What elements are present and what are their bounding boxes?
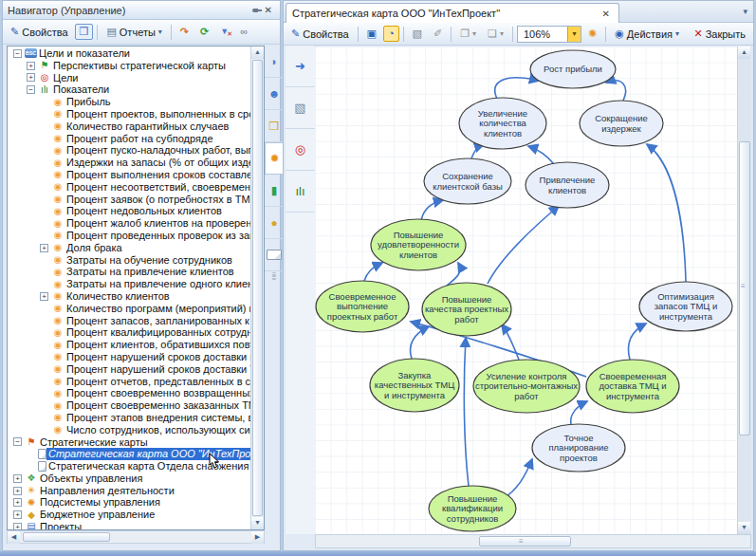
arrange-button-1[interactable]: ❐ ▾ — [455, 26, 481, 42]
expand-icon[interactable]: + — [27, 73, 35, 82]
map-node-usil[interactable]: Усиление контролястроительно-монтажныхра… — [473, 360, 580, 413]
fit-button[interactable]: ✺ — [583, 26, 601, 42]
map-node-sohr[interactable]: Сохранениеклиентской базы — [424, 158, 511, 204]
open-in-window-button[interactable]: ❒ — [75, 24, 94, 40]
actions-button[interactable]: ◉ Действия ▾ — [610, 26, 684, 43]
map-node-udovl[interactable]: Повышениеудовлетворенностиклиентов — [371, 219, 466, 270]
expand-icon[interactable]: + — [40, 244, 48, 252]
side-tab-users[interactable]: ☻ — [265, 78, 284, 110]
properties-button[interactable]: ✎ Свойства — [286, 26, 354, 43]
tree-item[interactable]: ◉Затраты на обучение сотрудников — [8, 254, 250, 267]
collapse-icon[interactable]: − — [13, 49, 22, 58]
map-node-kach[interactable]: Повышениекачества проектныхработ — [422, 283, 511, 336]
tree-item[interactable]: Стратегическая карта Отдела снабжения — [8, 460, 250, 473]
tab-list-chevron-icon[interactable]: ▾ — [743, 7, 747, 16]
tool-chart-button[interactable]: ılı — [286, 171, 315, 213]
map-node-svoev[interactable]: Своевременноевыполнениепроектных работ — [316, 281, 409, 332]
tree-item[interactable]: ◉Процент работ на субподряде — [8, 133, 250, 145]
side-tab-book[interactable]: ▮ — [265, 175, 284, 207]
tree-item[interactable]: +⚑Перспективы стратегической карты — [8, 60, 250, 72]
auto-update-toggle[interactable]: ◔ — [383, 26, 399, 42]
tree-item[interactable]: ◉Затраты на привлечение одного клиента — [8, 278, 250, 290]
link-button[interactable]: ∞ — [235, 24, 252, 40]
close-button[interactable]: ✕ Закрыть — [689, 26, 750, 43]
tool-goal-button[interactable]: ◎ — [286, 129, 315, 171]
side-tab-coins[interactable]: ● — [265, 207, 284, 239]
map-node-zakup[interactable]: Закупкакачественных ТМЦи инструмента — [370, 359, 459, 412]
tree-item[interactable]: ◉Процент своевременно возвращенных непра — [8, 387, 250, 399]
tree-item[interactable]: ◉Количество гарантийных случаев — [8, 120, 250, 133]
save-button[interactable]: ▣ — [362, 26, 381, 42]
tree-item[interactable]: +✺Подсистемы управления — [8, 496, 250, 509]
tree-item[interactable]: ◉Процент нарушений сроков доставки инстр… — [8, 351, 250, 363]
map-node-uvel[interactable]: Увеличениеколичестваклиентов — [459, 98, 546, 149]
tree-item[interactable]: ◉Процент проектов, выполненных в срок — [8, 108, 250, 120]
image-button[interactable]: ▧ — [408, 26, 427, 42]
scroll-up-icon[interactable]: ▲ — [738, 46, 750, 59]
arrange-button-2[interactable]: ❏ ▾ — [483, 26, 508, 42]
scroll-right-icon[interactable]: ▶ — [251, 531, 264, 544]
map-node-sokr[interactable]: Сокращениеиздержек — [580, 101, 663, 146]
map-node-kvalif[interactable]: Повышениеквалификациисотрудников — [429, 486, 516, 531]
map-node-privl[interactable]: Привлечениеклиентов — [526, 162, 609, 208]
diagram-hscroll-thumb[interactable] — [479, 536, 571, 547]
tree-item[interactable]: +✳Направления деятельности — [8, 485, 250, 497]
tree-hscroll-thumb[interactable] — [23, 532, 110, 542]
tree-item[interactable]: ◉Процент проведенных проверок из заплани… — [8, 230, 250, 242]
map-node-rost[interactable]: Рост прибыли — [530, 50, 616, 88]
zoom-dropdown-icon[interactable]: ▾ — [567, 27, 581, 42]
collapse-icon[interactable]: − — [27, 85, 35, 94]
side-tab-crescent[interactable]: ◗ — [265, 46, 284, 78]
tree-item[interactable]: ◉Процент нарушений сроков доставки ТМЦ — [8, 363, 250, 376]
tree-item[interactable]: ◉Процент квалифицированных сотрудников — [8, 326, 250, 339]
expand-icon[interactable]: + — [27, 62, 35, 70]
tree-item[interactable]: ◉Процент этапов внедрения системы, выпол… — [8, 412, 250, 424]
scroll-left-icon[interactable]: ◀ — [8, 531, 20, 544]
tree-item[interactable]: ◉Процент жалоб клиентов на проверенные р… — [8, 217, 250, 230]
tree-vscroll-thumb[interactable] — [252, 60, 263, 516]
tree-item[interactable]: −⚑Стратегические карты — [8, 436, 250, 449]
tab-close-icon[interactable]: ✕ — [599, 9, 613, 19]
tree-item[interactable]: −ılıПоказатели — [8, 83, 250, 96]
tree-item[interactable]: −BSCЦели и показатели — [8, 47, 250, 60]
tree-vertical-scrollbar[interactable]: ▲ ▼ — [250, 46, 264, 529]
tree-item[interactable]: ◉Процент клиентов, обратившихся повторно — [8, 339, 250, 351]
tree-item[interactable]: ◉Прибыль — [8, 96, 250, 108]
scroll-down-icon[interactable]: ▼ — [738, 522, 750, 534]
go-to-button[interactable]: ↷ — [175, 24, 194, 40]
tree-item[interactable]: +◆Бюджетное управление — [8, 509, 250, 521]
tree-item[interactable]: ◉Процент выполнения сроков составления п… — [8, 169, 250, 181]
tool-pointer-button[interactable]: ➜ — [286, 46, 315, 87]
scroll-up-icon[interactable]: ▲ — [251, 46, 264, 59]
expand-icon[interactable]: + — [13, 523, 22, 529]
tree-item[interactable]: +◉Количество клиентов — [8, 290, 250, 303]
tree-item[interactable]: ◉Издержки на запасы (% от общих издержек… — [8, 157, 250, 169]
expand-icon[interactable]: + — [40, 292, 48, 301]
refresh-button[interactable]: ⟳ — [195, 24, 213, 40]
tree-item[interactable]: ◉Процент запасов, запланированных к выда… — [8, 315, 250, 327]
side-tab-note[interactable] — [265, 239, 284, 271]
map-node-optim[interactable]: Оптимизациязапасов ТМЦ иинструмента — [639, 282, 732, 331]
brush-button[interactable]: ✐ — [429, 26, 447, 42]
tree-item[interactable]: +◎Цели — [8, 72, 250, 84]
tree-item[interactable]: ◉Процент недовольных клиентов — [8, 205, 250, 217]
collapse-icon[interactable]: − — [13, 437, 22, 446]
strategy-map-canvas[interactable]: Рост прибылиУвеличениеколичестваклиентов… — [315, 46, 737, 534]
expand-icon[interactable]: + — [13, 510, 22, 519]
navigator-close-button[interactable]: ✕ — [262, 5, 275, 15]
tree-item[interactable]: +◉Доля брака — [8, 242, 250, 254]
tree-item[interactable]: ◉Процент своевременно заказанных ТМЦ и и — [8, 399, 250, 412]
scroll-down-icon[interactable]: ▼ — [251, 517, 264, 529]
tree-item[interactable]: ◉Процент отчетов, представленных в срок — [8, 376, 250, 388]
tree-item[interactable]: ◉Процент несоответствий, своевременно до… — [8, 181, 250, 194]
clear-filter-button[interactable]: ▼ ✕ — [215, 25, 233, 39]
tree-item[interactable]: +▤Проекты — [8, 521, 250, 529]
expand-icon[interactable]: + — [13, 474, 22, 483]
tree-item[interactable]: ◉Число сотрудников, использующих систему — [8, 424, 250, 436]
tool-image-export-button[interactable]: ▧ — [286, 87, 315, 129]
zoom-combobox[interactable]: 106% ▾ — [517, 26, 581, 43]
side-tab-folder[interactable]: ❒ — [265, 110, 284, 142]
pin-icon[interactable] — [252, 6, 262, 15]
diagram-horizontal-scrollbar[interactable]: ≡ — [315, 534, 751, 548]
map-node-dost[interactable]: Своевременнаядоставка ТМЦ иинструмента — [586, 360, 679, 413]
